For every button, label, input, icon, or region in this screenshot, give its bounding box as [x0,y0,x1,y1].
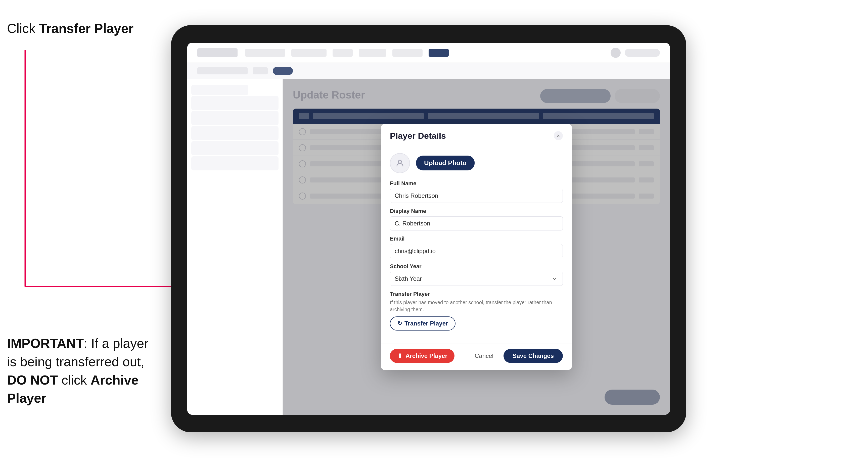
archive-icon: ⏸ [397,352,403,360]
instruction-bold: Transfer Player [39,21,133,36]
nav-item-dashboard[interactable] [245,49,285,57]
instruction-text4: click [58,373,91,387]
content-panel: Update Roster [283,79,670,415]
tablet-frame: Update Roster [171,25,686,432]
full-name-label: Full Name [390,180,563,187]
instruction-bottom: IMPORTANT: If a player is being transfer… [7,334,158,407]
modal-header: Player Details × [381,124,572,146]
nav-items [245,49,603,57]
modal-close-button[interactable]: × [554,131,563,140]
sub-nav-dashboard[interactable] [197,67,248,74]
player-details-modal: Player Details × [381,124,572,370]
modal-overlay: Player Details × [283,79,670,415]
main-content: Update Roster [187,79,670,415]
app-nav [187,43,670,63]
full-name-group: Full Name [390,180,563,203]
modal-body: Upload Photo Full Name Display Name [381,146,572,344]
school-year-label: School Year [390,263,563,270]
display-name-input[interactable] [390,216,563,230]
nav-item-tournaments[interactable] [291,49,327,57]
email-input[interactable] [390,244,563,258]
transfer-description: If this player has moved to another scho… [390,299,563,313]
instruction-top: Click Transfer Player [7,20,133,37]
school-year-select[interactable]: First Year Second Year Third Year Fourth… [390,272,563,286]
instruction-do-not: DO NOT [7,373,58,387]
svg-point-3 [398,160,401,163]
email-group: Email [390,236,563,258]
transfer-icon: ↻ [397,320,402,327]
avatar [390,153,410,173]
sidebar-item-3[interactable] [191,126,279,140]
full-name-input[interactable] [390,189,563,203]
school-year-group: School Year First Year Second Year Third… [390,263,563,286]
display-name-group: Display Name [390,208,563,230]
modal-footer: ⏸ Archive Player Cancel Save Changes [381,344,572,370]
instruction-prefix: Click [7,21,39,36]
nav-item-schedule[interactable] [359,49,386,57]
nav-item-team[interactable] [333,49,353,57]
sidebar-header [191,85,248,95]
app-logo [197,48,238,57]
transfer-player-button[interactable]: ↻ Transfer Player [390,316,456,331]
save-changes-button[interactable]: Save Changes [503,349,563,363]
instruction-important: IMPORTANT [7,336,84,351]
sidebar-item-4[interactable] [191,141,279,155]
nav-right [611,48,660,58]
sub-nav-roster-active[interactable] [273,67,293,75]
sub-nav [187,63,670,79]
sidebar-item-2[interactable] [191,111,279,125]
transfer-label: Transfer Player [390,291,563,297]
nav-item-active[interactable] [429,49,449,57]
nav-avatar [611,48,621,58]
sidebar-item-5[interactable] [191,156,279,170]
sub-nav-add[interactable] [253,67,268,74]
archive-player-button[interactable]: ⏸ Archive Player [390,349,455,363]
transfer-btn-label: Transfer Player [404,320,448,327]
nav-item-addedit[interactable] [393,49,423,57]
modal-title: Player Details [390,131,446,141]
nav-user-text [625,49,660,57]
archive-label: Archive Player [405,352,447,360]
cancel-button[interactable]: Cancel [469,349,499,363]
transfer-section: Transfer Player If this player has moved… [390,291,563,331]
sidebar [187,79,283,415]
email-label: Email [390,236,563,242]
photo-section: Upload Photo [390,153,563,173]
sidebar-item-1[interactable] [191,96,279,110]
display-name-label: Display Name [390,208,563,214]
upload-photo-button[interactable]: Upload Photo [416,156,474,170]
tablet-screen: Update Roster [187,43,670,415]
